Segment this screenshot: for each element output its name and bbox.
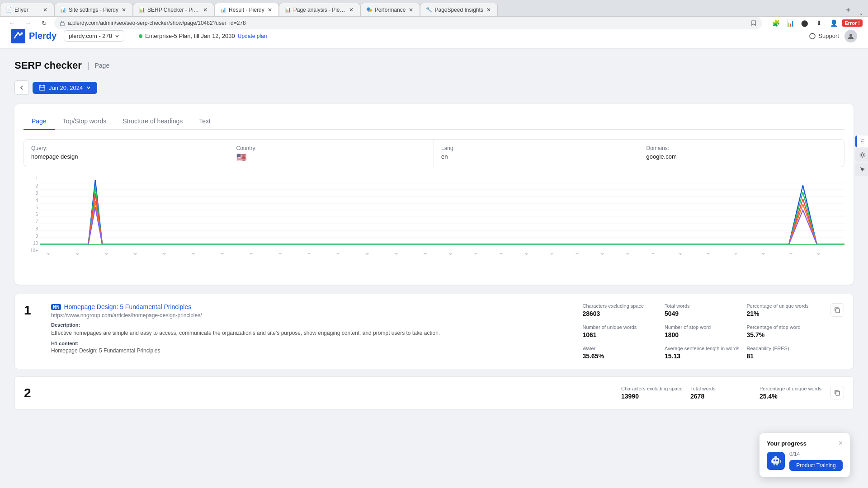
stat-label: Average sentence length in words	[665, 346, 740, 351]
domains-cell: Domains: google.com	[639, 140, 844, 167]
download-icon[interactable]: ⬇	[813, 17, 826, 29]
error-badge[interactable]: Error !	[842, 19, 863, 27]
robot-icon	[769, 455, 782, 467]
svg-rect-27	[771, 460, 772, 463]
chart-x-label: Jun 27, 2024	[306, 253, 326, 256]
chart-x-label: Jun 26, 2024	[277, 253, 297, 256]
svg-rect-19	[836, 309, 840, 313]
chart-container: 1 2 3 4 5 6 7 8 9 10 10+	[24, 176, 844, 267]
tab-nav-item-top-stop-words[interactable]: Top/Stop words	[55, 113, 115, 130]
tab-favicon: 📊	[220, 7, 226, 13]
tab-close-icon[interactable]: ✕	[486, 7, 492, 13]
chart-y-axis: 1 2 3 4 5 6 7 8 9 10 10+	[24, 176, 40, 253]
sidebar-tab-settings[interactable]	[855, 148, 868, 162]
tab-nav-item-structure-of-headings[interactable]: Structure of headings	[114, 113, 191, 130]
chart-x-label: Jun 18, 2024	[45, 253, 65, 256]
new-tab-button[interactable]	[842, 4, 854, 16]
copy-button[interactable]	[830, 303, 844, 317]
browser-tab-page-analysis[interactable]: 📊 Page analysis - Pierdy ✕	[279, 3, 360, 16]
date-picker-button[interactable]: Jun 20, 2024	[33, 82, 97, 94]
back-button[interactable]: ←	[5, 17, 18, 29]
result-stats: Characters excluding space 13990 Total w…	[621, 386, 821, 400]
result-title[interactable]: NN Homepage Design: 5 Fundamental Princi…	[51, 303, 573, 310]
chart-x-label: Jun 28, 2024	[335, 253, 354, 256]
tab-nav-item-text[interactable]: Text	[191, 113, 219, 130]
result-stats: Characters excluding space 28603 Total w…	[582, 303, 821, 360]
date-prev-button[interactable]	[14, 80, 29, 95]
browser-tab-site-settings[interactable]: 📊 Site settings - Pierdy ✕	[54, 3, 133, 16]
sidebar-tab-cursor[interactable]	[855, 163, 868, 176]
stat-value: 35.65%	[582, 352, 657, 360]
url-bar[interactable]: a.plerdy.com/admin/seo/seo-serp-checker/…	[54, 17, 762, 29]
popup-close-button[interactable]: ×	[839, 439, 843, 447]
browser-chrome: 📄 Eflyer ✕ 📊 Site settings - Pierdy ✕ 📊 …	[0, 0, 868, 23]
stat-label: Number of stop word	[665, 324, 740, 330]
country-cell: Country: 🇺🇸	[229, 140, 434, 167]
tab-favicon: 🔧	[426, 7, 432, 13]
product-training-button[interactable]: Product Training	[789, 460, 843, 471]
tab-navigation: PageTop/Stop wordsStructure of headingsT…	[24, 113, 844, 130]
svg-rect-20	[836, 391, 840, 395]
svg-point-4	[21, 32, 23, 34]
browser-tab-serp-checker[interactable]: 📊 SERP Checker - Pierdy ✕	[133, 3, 214, 16]
chart-x-label: Jul 17, 2024	[843, 253, 844, 256]
tab-close-icon[interactable]: ✕	[348, 7, 354, 13]
tab-close-icon[interactable]: ✕	[121, 7, 127, 13]
tab-close-icon[interactable]: ✕	[42, 7, 48, 13]
chart-icon[interactable]: 📊	[784, 17, 797, 29]
chevron-down-icon	[115, 34, 119, 38]
stat-value: 35.7%	[746, 331, 821, 338]
copy-button[interactable]	[830, 386, 844, 399]
stat-group: Total words 5049	[665, 303, 740, 317]
tab-bar: 📄 Eflyer ✕ 📊 Site settings - Pierdy ✕ 📊 …	[0, 0, 868, 16]
tab-close-icon[interactable]: ✕	[202, 7, 208, 13]
stat-group: Readability (FRES) 81	[746, 346, 821, 360]
query-value: homepage design	[31, 153, 222, 160]
chevron-down-icon	[86, 85, 91, 90]
chart-x-label: Jun 21, 2024	[132, 253, 152, 256]
user-avatar[interactable]	[844, 30, 857, 42]
stat-label: Readability (FRES)	[746, 346, 821, 351]
bookmark-icon[interactable]	[750, 20, 757, 26]
chart-x-label: Jul 1, 2024	[422, 253, 439, 256]
account-selector[interactable]: plerdy.com - 278	[64, 30, 124, 42]
chart-x-label: Jul 7, 2024	[574, 253, 591, 256]
progress-popup: Your progress × 0/14 Product Training	[760, 433, 850, 477]
tab-nav-item-page[interactable]: Page	[24, 113, 55, 130]
profile-icon[interactable]: 👤	[827, 17, 840, 29]
browser-tab-performance[interactable]: 🎭 Performance ✕	[360, 3, 420, 16]
browser-tab-eflyer[interactable]: 📄 Eflyer ✕	[0, 3, 54, 16]
reload-button[interactable]: ↻	[38, 17, 51, 29]
stat-value: 5049	[665, 310, 740, 317]
tab-close-icon[interactable]: ✕	[408, 7, 414, 13]
tab-close-icon[interactable]: ✕	[267, 7, 273, 13]
chart-x-label: Jul 14, 2024	[760, 253, 779, 256]
tab-favicon: 📊	[139, 7, 145, 13]
stat-group: Characters excluding space 13990	[621, 386, 683, 400]
stat-group: Percentage of stop word 35.7%	[746, 324, 821, 338]
extensions-icon[interactable]: 🧩	[769, 17, 782, 29]
stat-label: Number of unique words	[582, 324, 657, 330]
update-plan-link[interactable]: Update plan	[238, 33, 267, 39]
browser-tab-result[interactable]: 📊 Result - Pierdy ✕	[214, 3, 279, 16]
stat-label: Characters excluding space	[621, 386, 683, 391]
stat-value: 15.13	[665, 352, 740, 360]
browser-tab-pagespeed[interactable]: 🔧 PageSpeed Insights ✕	[420, 3, 497, 16]
stat-label: Percentage of unique words	[746, 303, 821, 309]
svg-rect-7	[39, 85, 45, 90]
header-right: Support	[809, 30, 857, 42]
support-button[interactable]: Support	[809, 33, 839, 40]
query-label: Query:	[31, 145, 222, 151]
logo-icon	[11, 29, 25, 43]
sidebar-tab-ui[interactable]: UI	[855, 136, 868, 147]
lang-label: Lang:	[441, 145, 632, 151]
stat-value: 2678	[690, 393, 752, 400]
tab-title: Result - Pierdy	[229, 7, 264, 13]
chrome-icon[interactable]: ⬤	[798, 17, 811, 29]
result-rank: 1	[24, 303, 42, 360]
svg-rect-24	[776, 460, 778, 461]
logo: Plerdy	[11, 29, 57, 43]
result-content	[51, 386, 612, 400]
svg-point-21	[861, 154, 863, 156]
forward-button[interactable]: →	[22, 17, 34, 29]
